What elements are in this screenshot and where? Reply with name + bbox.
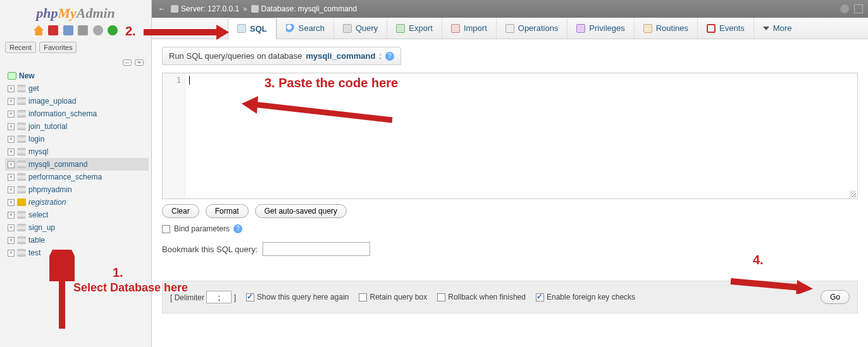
checkbox-icon[interactable] — [359, 293, 367, 301]
tab-label: Privileges — [589, 23, 624, 33]
tree-db-registration[interactable]: +registration — [5, 196, 149, 209]
tab-sql[interactable]: SQL — [228, 18, 276, 39]
link-icon[interactable]: ∞ — [135, 59, 144, 66]
expand-icon[interactable] — [854, 4, 863, 13]
resize-handle[interactable] — [850, 191, 856, 197]
delimiter-input[interactable] — [206, 291, 232, 303]
bind-params-checkbox[interactable] — [162, 225, 170, 233]
autosaved-button[interactable]: Get auto-saved query — [255, 204, 347, 218]
sql-editor[interactable]: 1 — [162, 73, 858, 199]
gutter-line: 1 — [177, 76, 181, 85]
tab-events[interactable]: Events — [697, 18, 753, 39]
tab-import[interactable]: Import — [442, 18, 496, 39]
help-icon[interactable]: ? — [385, 52, 394, 61]
expand-icon[interactable]: + — [8, 199, 15, 206]
expand-icon[interactable]: + — [8, 186, 15, 193]
tab-label: Search — [299, 23, 325, 33]
docs-icon[interactable] — [63, 25, 73, 35]
tab-privileges[interactable]: Privileges — [567, 18, 633, 39]
sidebar: phpMyAdmin Recent Favorites — ∞ New +get… — [0, 0, 152, 347]
format-button[interactable]: Format — [206, 204, 249, 218]
opt-retain[interactable]: Retain query box — [359, 293, 427, 301]
query-heading-prefix: Run SQL query/queries on database — [169, 51, 302, 61]
expand-icon[interactable]: + — [8, 212, 15, 219]
tab-label: SQL — [250, 24, 267, 33]
logout-icon[interactable] — [48, 25, 58, 35]
bookmark-input[interactable] — [263, 242, 370, 256]
settings-icon[interactable] — [93, 25, 103, 35]
reload-icon[interactable] — [108, 25, 118, 35]
tab-query[interactable]: Query — [333, 18, 387, 39]
tab-routines[interactable]: Routines — [634, 18, 697, 39]
clear-button[interactable]: Clear — [162, 204, 199, 218]
checkbox-icon[interactable] — [437, 293, 445, 301]
tree-db-performance_schema[interactable]: +performance_schema — [5, 171, 149, 183]
breadcrumb-server-value[interactable]: 127.0.0.1 — [208, 4, 239, 13]
expand-icon[interactable]: + — [8, 98, 15, 105]
tab-label: Operations — [518, 23, 559, 33]
export-icon — [396, 24, 405, 33]
recent-button[interactable]: Recent — [5, 42, 36, 53]
tab-label: More — [773, 23, 792, 33]
tab-more[interactable]: More — [753, 18, 801, 39]
tree-db-join_tutorial[interactable]: +join_tutorial — [5, 120, 149, 133]
expand-icon[interactable]: + — [8, 123, 15, 130]
tree-db-phpmyadmin[interactable]: +phpmyadmin — [5, 183, 149, 196]
tree-db-login[interactable]: +login — [5, 133, 149, 145]
breadcrumb-db-value[interactable]: mysqli_command — [298, 4, 357, 13]
expand-icon[interactable]: + — [8, 136, 15, 143]
tree-db-test[interactable]: +test — [5, 247, 149, 259]
expand-icon[interactable]: + — [8, 250, 15, 257]
tree-db-information_schema[interactable]: +information_schema — [5, 107, 149, 120]
expand-icon[interactable]: + — [8, 237, 15, 244]
navi-icon[interactable] — [78, 25, 88, 35]
opt-label: Rollback when finished — [448, 293, 526, 301]
checkbox-icon[interactable] — [536, 293, 544, 301]
tree-db-label: image_upload — [28, 97, 76, 106]
tree-db-label: join_tutorial — [28, 122, 67, 131]
tab-search[interactable]: Search — [276, 18, 333, 39]
tree-db-mysql[interactable]: +mysql — [5, 145, 149, 158]
favorites-button[interactable]: Favorites — [39, 42, 77, 53]
query-heading-suffix: : — [379, 51, 381, 61]
opt-rollback[interactable]: Rollback when finished — [437, 293, 526, 301]
tab-operations[interactable]: Operations — [496, 18, 567, 39]
tree-db-label: table — [28, 236, 45, 245]
go-button[interactable]: Go — [821, 290, 850, 304]
tree-db-mysqli_command[interactable]: +mysqli_command — [5, 158, 149, 171]
page-settings-icon[interactable] — [840, 4, 849, 13]
query-icon — [343, 24, 352, 33]
tree-db-label: select — [28, 210, 48, 219]
expand-icon[interactable]: + — [8, 149, 15, 155]
query-heading-db[interactable]: mysqli_command — [306, 51, 376, 61]
bind-params-row: Bind parameters ? — [162, 224, 858, 233]
checkbox-icon[interactable] — [246, 293, 254, 301]
help-icon[interactable]: ? — [233, 224, 242, 233]
database-icon — [17, 249, 26, 257]
back-button[interactable]: ← — [157, 4, 167, 13]
tree-db-sign_up[interactable]: +sign_up — [5, 221, 149, 234]
expand-icon[interactable]: + — [8, 161, 15, 168]
editor-code[interactable] — [185, 73, 857, 198]
expand-icon[interactable]: + — [8, 174, 15, 181]
database-icon — [17, 135, 26, 143]
expand-icon[interactable]: + — [8, 224, 15, 231]
logo-text: php — [36, 5, 58, 21]
dropdown-icon — [763, 27, 769, 30]
database-icon — [17, 97, 26, 105]
database-icon — [17, 85, 26, 92]
opt-show-again[interactable]: Show this query here again — [246, 293, 349, 301]
collapse-bar: — ∞ — [0, 56, 151, 67]
home-icon[interactable] — [34, 25, 44, 35]
opt-fk[interactable]: Enable foreign key checks — [536, 293, 635, 301]
delimiter-close: ] — [234, 293, 236, 302]
tree-new[interactable]: New — [5, 70, 149, 82]
tree-db-get[interactable]: +get — [5, 82, 149, 95]
expand-icon[interactable]: + — [8, 85, 15, 92]
tree-db-table[interactable]: +table — [5, 234, 149, 247]
tree-db-select[interactable]: +select — [5, 209, 149, 221]
tree-db-image_upload[interactable]: +image_upload — [5, 95, 149, 107]
collapse-icon[interactable]: — — [123, 59, 132, 66]
tab-export[interactable]: Export — [387, 18, 442, 39]
expand-icon[interactable]: + — [8, 111, 15, 118]
